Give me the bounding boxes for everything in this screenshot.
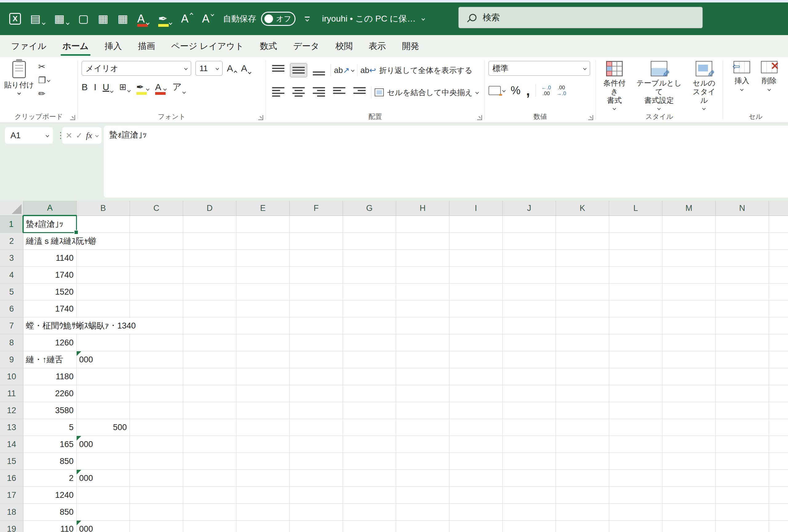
cell-partial-7[interactable] [769,317,788,334]
cell-I13[interactable] [449,419,503,436]
cell-K10[interactable] [556,368,609,385]
cell-M4[interactable] [663,267,716,283]
column-header-H[interactable]: H [396,201,449,216]
column-header-A[interactable]: A [23,201,77,216]
row-header-13[interactable]: 13 [0,419,23,436]
cell-I18[interactable] [449,504,503,520]
column-header-F[interactable]: F [290,201,343,216]
cell-G11[interactable] [343,385,396,402]
cell-partial-11[interactable] [769,385,788,402]
cell-H18[interactable] [396,504,449,520]
cell-N17[interactable] [716,487,769,504]
cell-K7[interactable] [556,317,609,334]
cell-G16[interactable] [343,470,396,487]
cell-partial-18[interactable] [769,504,788,520]
cell-H10[interactable] [396,368,449,385]
cell-M10[interactable] [663,368,716,385]
cell-A18[interactable]: 850 [23,504,77,520]
cell-N15[interactable] [716,453,769,470]
cell-H4[interactable] [396,267,449,283]
autosave-toggle[interactable]: オフ [261,12,296,26]
cell-J15[interactable] [503,453,556,470]
cell-E3[interactable] [236,250,290,267]
cell-J8[interactable] [503,334,556,351]
align-bottom-button[interactable] [310,63,328,77]
cell-F15[interactable] [290,453,343,470]
cell-E11[interactable] [236,385,290,402]
paste-button[interactable]: 貼り付け [4,61,35,110]
cell-N6[interactable] [716,300,769,317]
borders-button[interactable]: ⊞ [119,82,130,92]
cell-F12[interactable] [290,402,343,419]
cell-I2[interactable] [449,233,503,250]
cell-B19[interactable]: 000 [77,520,130,532]
cell-H19[interactable] [396,520,449,532]
cell-D18[interactable] [183,504,236,520]
cell-H6[interactable] [396,300,449,317]
cell-J2[interactable] [503,233,556,250]
cell-E7[interactable] [236,317,290,334]
enter-button[interactable]: ✓ [76,131,82,140]
align-left-button[interactable] [270,85,287,99]
cell-E18[interactable] [236,504,290,520]
cell-partial-13[interactable] [769,419,788,436]
cell-B16[interactable]: 000 [77,470,130,487]
cell-C10[interactable] [130,368,183,385]
cell-E9[interactable] [236,351,290,368]
tab-view[interactable]: 表示 [361,35,394,57]
cell-C1[interactable] [130,216,183,233]
cell-N8[interactable] [716,334,769,351]
tab-review[interactable]: 校閲 [328,35,361,57]
row-header-1[interactable]: 1 [0,216,23,233]
cell-H1[interactable] [396,216,449,233]
cell-A15[interactable]: 850 [23,453,77,470]
cell-D11[interactable] [183,385,236,402]
delete-table-qat-button[interactable]: ▦ [118,13,128,24]
cell-M14[interactable] [663,436,716,453]
tab-insert[interactable]: 挿入 [97,35,130,57]
cell-I12[interactable] [449,402,503,419]
column-header-N[interactable]: N [716,201,769,216]
column-header-L[interactable]: L [609,201,663,216]
cell-J16[interactable] [503,470,556,487]
cell-H11[interactable] [396,385,449,402]
format-as-table-button[interactable]: テーブルとして 書式設定 [633,61,685,110]
cell-K18[interactable] [556,504,609,520]
cell-K8[interactable] [556,334,609,351]
row-header-6[interactable]: 6 [0,300,23,317]
cell-L16[interactable] [609,470,663,487]
column-header-C[interactable]: C [130,201,183,216]
cell-J5[interactable] [503,283,556,300]
shrink-font-button[interactable]: A [241,63,251,74]
cell-I15[interactable] [449,453,503,470]
shrink-font-qat-button[interactable]: A [202,13,214,24]
cell-N7[interactable] [716,317,769,334]
cell-partial-14[interactable] [769,436,788,453]
row-header-4[interactable]: 4 [0,267,23,283]
italic-button[interactable]: I [94,82,96,92]
cell-D16[interactable] [183,470,236,487]
cell-M19[interactable] [663,520,716,532]
tab-developer[interactable]: 開発 [394,35,427,57]
row-header-2[interactable]: 2 [0,233,23,250]
cell-A6[interactable]: 1740 [23,300,77,317]
cell-J11[interactable] [503,385,556,402]
font-color-button[interactable]: A [155,82,166,92]
cell-G13[interactable] [343,419,396,436]
cell-G3[interactable] [343,250,396,267]
format-painter-button[interactable]: ✏ [38,89,50,99]
cell-C17[interactable] [130,487,183,504]
cell-G12[interactable] [343,402,396,419]
qat-customize-button[interactable] [305,17,310,21]
cell-E15[interactable] [236,453,290,470]
cell-L8[interactable] [609,334,663,351]
cell-L6[interactable] [609,300,663,317]
cell-K12[interactable] [556,402,609,419]
grow-font-button[interactable]: A [227,63,237,74]
formula-input[interactable]: 蟄ｫ諠滄｣ｯ [104,125,788,198]
cell-F3[interactable] [290,250,343,267]
cell-K9[interactable] [556,351,609,368]
cell-N9[interactable] [716,351,769,368]
font-color-qat-button[interactable]: A [137,13,149,24]
cell-C12[interactable] [130,402,183,419]
